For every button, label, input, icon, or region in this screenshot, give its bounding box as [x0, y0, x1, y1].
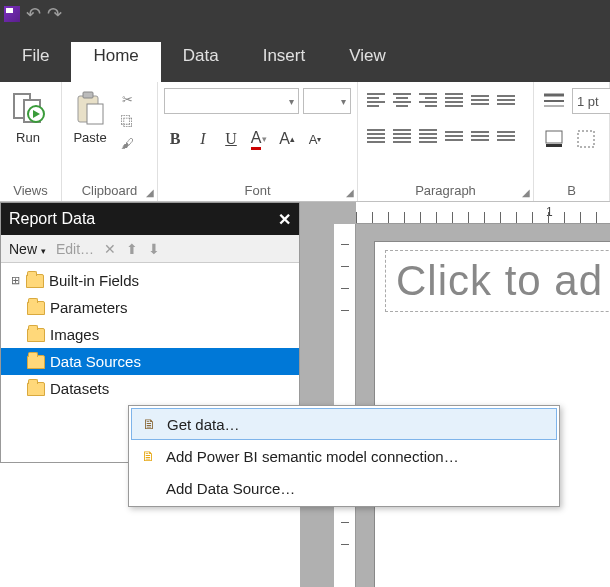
align-middle-button[interactable]	[390, 124, 414, 148]
powerbi-icon: 🗎	[139, 448, 157, 464]
title-placeholder[interactable]: Click to ad	[385, 250, 610, 312]
border-style-button[interactable]	[540, 88, 568, 114]
tree-item-data-sources[interactable]: Data Sources	[1, 348, 299, 375]
borders-button[interactable]	[572, 126, 600, 152]
paste-icon	[72, 90, 108, 126]
ribbon: Run Views Paste ✂ ⿻ 🖌 Clipboard◢ ▾ ▾	[0, 82, 610, 202]
paste-button[interactable]: Paste	[68, 88, 112, 147]
folder-icon	[27, 328, 45, 342]
format-painter-icon[interactable]: 🖌	[118, 134, 136, 152]
border-color-button[interactable]	[540, 126, 568, 152]
folder-icon	[27, 382, 45, 396]
line-spacing-button[interactable]	[494, 124, 518, 148]
move-down-icon: ⬇	[148, 241, 160, 257]
font-size-dropdown[interactable]: ▾	[303, 88, 351, 114]
bullets-button[interactable]	[468, 88, 492, 112]
font-color-button[interactable]: A▾	[248, 128, 270, 150]
ribbon-group-font: ▾ ▾ B I U A▾ A▴ A▾ Font◢	[158, 82, 358, 201]
dialog-launcher-icon[interactable]: ◢	[346, 187, 354, 198]
italic-button[interactable]: I	[192, 128, 214, 150]
tab-file[interactable]: File	[0, 42, 71, 82]
edit-button: Edit…	[56, 241, 94, 257]
save-icon[interactable]	[4, 6, 20, 22]
context-menu: 🗎 Get data… 🗎 Add Power BI semantic mode…	[128, 405, 560, 507]
chevron-down-icon: ▾	[289, 96, 294, 107]
shrink-font-button[interactable]: A▾	[304, 128, 326, 150]
menu-item-get-data[interactable]: 🗎 Get data…	[131, 408, 557, 440]
svg-rect-10	[546, 144, 562, 147]
run-label: Run	[16, 130, 40, 145]
panel-header: Report Data ✕	[1, 203, 299, 235]
menu-item-add-powerbi-connection[interactable]: 🗎 Add Power BI semantic model connection…	[131, 440, 557, 472]
menu-item-add-data-source[interactable]: Add Data Source…	[131, 472, 557, 504]
svg-rect-11	[578, 131, 594, 147]
align-top-button[interactable]	[364, 124, 388, 148]
paste-label: Paste	[73, 130, 106, 145]
font-family-dropdown[interactable]: ▾	[164, 88, 299, 114]
group-label-border: B	[540, 181, 603, 201]
copy-icon[interactable]: ⿻	[118, 112, 136, 130]
tab-view[interactable]: View	[327, 42, 408, 82]
tab-data[interactable]: Data	[161, 42, 241, 82]
justify-button[interactable]	[442, 88, 466, 112]
numbering-button[interactable]	[494, 88, 518, 112]
tree-item-datasets[interactable]: Datasets	[1, 375, 299, 402]
cut-icon[interactable]: ✂	[118, 90, 136, 108]
bold-button[interactable]: B	[164, 128, 186, 150]
ribbon-group-clipboard: Paste ✂ ⿻ 🖌 Clipboard◢	[62, 82, 158, 201]
expand-icon[interactable]: ⊞	[9, 274, 21, 287]
group-label-clipboard: Clipboard◢	[68, 181, 151, 201]
undo-button[interactable]: ↶	[26, 5, 41, 23]
svg-rect-4	[83, 92, 93, 98]
run-button[interactable]: Run	[6, 88, 50, 147]
align-right-button[interactable]	[416, 88, 440, 112]
close-icon[interactable]: ✕	[278, 210, 291, 229]
ribbon-group-views: Run Views	[0, 82, 62, 201]
run-icon	[10, 90, 46, 126]
design-canvas[interactable]: 1 Click to ad	[300, 202, 610, 587]
svg-rect-9	[546, 131, 562, 143]
panel-toolbar: New ▾ Edit… ✕ ⬆ ⬇	[1, 235, 299, 263]
group-label-views: Views	[6, 181, 55, 201]
align-left-button[interactable]	[364, 88, 388, 112]
tree-item-builtin-fields[interactable]: ⊞Built-in Fields	[1, 267, 299, 294]
redo-button[interactable]: ↷	[47, 5, 62, 23]
dialog-launcher-icon[interactable]: ◢	[146, 187, 154, 198]
tree-item-parameters[interactable]: Parameters	[1, 294, 299, 321]
grow-font-button[interactable]: A▴	[276, 128, 298, 150]
tab-home[interactable]: Home	[71, 42, 160, 82]
quick-access-toolbar: ↶ ↷	[0, 0, 610, 28]
delete-icon: ✕	[104, 241, 116, 257]
align-center-button[interactable]	[390, 88, 414, 112]
new-menu[interactable]: New ▾	[9, 241, 46, 257]
folder-icon	[26, 274, 44, 288]
horizontal-ruler: 1	[356, 202, 610, 224]
svg-rect-5	[87, 104, 103, 124]
increase-indent-button[interactable]	[468, 124, 492, 148]
border-width-dropdown[interactable]: 1 pt	[572, 88, 610, 114]
ribbon-tabs: File Home Data Insert View	[0, 28, 610, 82]
clipboard-mini: ✂ ⿻ 🖌	[118, 88, 136, 152]
decrease-indent-button[interactable]	[442, 124, 466, 148]
get-data-icon: 🗎	[140, 416, 158, 432]
group-label-font: Font◢	[164, 181, 351, 201]
folder-icon	[27, 355, 45, 369]
chevron-down-icon: ▾	[341, 96, 346, 107]
underline-button[interactable]: U	[220, 128, 242, 150]
align-bottom-button[interactable]	[416, 124, 440, 148]
folder-icon	[27, 301, 45, 315]
group-label-paragraph: Paragraph◢	[364, 181, 527, 201]
ribbon-group-border: 1 pt B	[534, 82, 610, 201]
panel-title: Report Data	[9, 210, 95, 228]
tree-item-images[interactable]: Images	[1, 321, 299, 348]
tab-insert[interactable]: Insert	[241, 42, 328, 82]
ribbon-group-paragraph: Paragraph◢	[358, 82, 534, 201]
dialog-launcher-icon[interactable]: ◢	[522, 187, 530, 198]
move-up-icon: ⬆	[126, 241, 138, 257]
